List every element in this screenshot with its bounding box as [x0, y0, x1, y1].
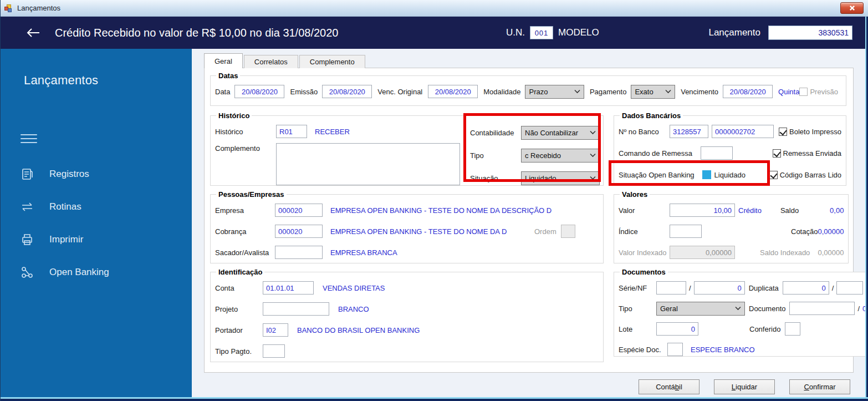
sacador-label: Sacador/Avalista: [215, 248, 275, 257]
serie-input[interactable]: [656, 281, 686, 295]
sidebar-item-open-banking[interactable]: Open Banking: [1, 256, 192, 288]
comando-remessa-input[interactable]: [701, 146, 733, 160]
liquidar-button[interactable]: Liquidar: [714, 379, 775, 394]
tab-correlatos[interactable]: Correlatos: [244, 55, 298, 68]
sacador-nome: EMPRESA BRANCA: [330, 248, 397, 257]
swap-arrows-icon: [21, 200, 34, 214]
situacao-select[interactable]: Liquidado: [521, 171, 600, 185]
ordem-input[interactable]: [561, 225, 575, 238]
menu-toggle-button[interactable]: [21, 134, 37, 143]
sidebar-item-imprimir[interactable]: Imprimir: [1, 223, 192, 256]
emissao-input[interactable]: [322, 85, 372, 98]
saldo-indexado-label: Saldo Indexado: [760, 248, 810, 257]
empresa-nome: EMPRESA OPEN BANKING - TESTE DO NOME DA …: [330, 206, 591, 215]
window-title: Lançamentos: [17, 4, 60, 12]
app-icon: [4, 4, 13, 13]
num-banco-1-input[interactable]: [670, 125, 708, 138]
contabilidade-select[interactable]: Não Contabilizar: [521, 126, 600, 140]
venc-original-label: Venc. Original: [377, 88, 422, 96]
pagamento-select[interactable]: Exato: [631, 85, 675, 99]
codigo-barras-checkbox[interactable]: Código Barras Lido: [769, 171, 841, 179]
tipo-label: Tipo: [470, 151, 521, 160]
projeto-input[interactable]: [263, 302, 329, 316]
indice-input[interactable]: [670, 225, 702, 238]
doc-tipo-select[interactable]: Geral: [656, 302, 745, 316]
section-legend: Histórico: [216, 111, 252, 120]
status-color-swatch: [702, 170, 711, 179]
section-legend: Pessoas/Empresas: [216, 190, 287, 199]
tipo-pagto-label: Tipo Pagto.: [215, 347, 263, 356]
historico-codigo-input[interactable]: [276, 125, 307, 138]
remessa-enviada-checkbox[interactable]: Remessa Enviada: [773, 149, 842, 158]
main-area: Geral Correlatos Complemento Datas Data …: [192, 49, 868, 401]
conta-input[interactable]: [263, 281, 314, 295]
documento-input[interactable]: [789, 302, 855, 315]
conferido-input[interactable]: [785, 322, 800, 336]
valor-input[interactable]: [670, 204, 735, 217]
sidebar-item-registros[interactable]: Registros: [1, 158, 192, 190]
duplicata-input[interactable]: [783, 281, 829, 295]
section-identificacao: Identificação Conta VENDAS DIRETAS Proje…: [210, 268, 604, 362]
confirmar-button[interactable]: Confirmar: [789, 379, 850, 394]
sidebar-item-rotinas[interactable]: Rotinas: [1, 190, 192, 223]
checkbox-checked-icon: [773, 149, 781, 158]
tab-geral[interactable]: Geral: [204, 53, 243, 68]
conta-nome: VENDAS DIRETAS: [323, 284, 385, 292]
valor-indexado-input[interactable]: [670, 246, 735, 259]
lancamento-number-field[interactable]: 3830531: [768, 26, 852, 40]
cobranca-codigo-input[interactable]: [275, 225, 323, 238]
data-input[interactable]: [234, 85, 284, 98]
duplicata-seq-input[interactable]: [836, 281, 863, 295]
sidebar-title: Lançamentos: [24, 73, 192, 88]
contabil-button[interactable]: Contábil: [639, 379, 699, 394]
sidebar-item-label: Open Banking: [49, 267, 109, 278]
checkbox-checked-icon: [769, 171, 778, 179]
valor-indexado-label: Valor Indexado: [619, 248, 670, 257]
emissao-label: Emissão: [290, 88, 318, 96]
portador-input[interactable]: [263, 323, 288, 337]
nf-input[interactable]: [694, 281, 745, 295]
empresa-codigo-input[interactable]: [275, 204, 323, 217]
saldo-label: Saldo: [780, 206, 799, 215]
tipo-select[interactable]: c Recebido: [521, 149, 600, 163]
un-code-field[interactable]: 001: [530, 26, 553, 39]
tab-complemento[interactable]: Complemento: [299, 55, 365, 68]
projeto-label: Projeto: [215, 305, 263, 313]
section-pessoas: Pessoas/Empresas Empresa EMPRESA OPEN BA…: [210, 190, 604, 263]
lote-input[interactable]: [656, 322, 698, 336]
lote-label: Lote: [619, 325, 656, 333]
modalidade-select[interactable]: Prazo: [525, 85, 584, 99]
close-button[interactable]: [840, 2, 864, 14]
tipo-pagto-input[interactable]: [263, 344, 285, 358]
valor-label: Valor: [619, 206, 670, 215]
num-banco-2-input[interactable]: [712, 125, 774, 138]
venc-original-input[interactable]: [428, 85, 478, 98]
un-name: MODELO: [558, 27, 599, 38]
conferido-label: Conferido: [749, 325, 780, 333]
pagamento-label: Pagamento: [590, 88, 627, 96]
sacador-codigo-input[interactable]: [275, 246, 323, 259]
un-label: U.N.: [506, 27, 525, 38]
previsao-checkbox[interactable]: Previsão: [799, 88, 838, 96]
back-button[interactable]: [26, 27, 43, 38]
cotacao-label: Cotação: [791, 227, 818, 236]
conta-label: Conta: [215, 284, 263, 292]
documento-label: Documento: [749, 304, 785, 313]
complemento-textarea[interactable]: [276, 143, 460, 185]
saldo-value: 0,00: [799, 206, 844, 215]
chevron-down-icon: [590, 176, 596, 180]
footer-buttons: Contábil Liquidar Confirmar: [639, 379, 850, 394]
section-valores: Valores Valor Crédito Saldo 0,00 Índice …: [614, 190, 849, 263]
num-banco-label: Nº no Banco: [619, 128, 670, 136]
portador-label: Portador: [215, 326, 263, 334]
vencimento-input[interactable]: [723, 85, 773, 98]
comando-remessa-label: Comando de Remessa: [619, 149, 701, 158]
sidebar-item-label: Registros: [49, 169, 89, 180]
especie-doc-label: Espécie Doc.: [619, 346, 667, 354]
app-window: Lançamentos Crédito Recebido no valor de…: [0, 0, 868, 401]
doc-tipo-label: Tipo: [619, 304, 656, 313]
section-documentos: Documentos Série/NF / Duplicata / Tipo G…: [614, 268, 868, 357]
boleto-impresso-checkbox[interactable]: Boleto Impresso: [779, 128, 841, 136]
situacao-label: Situação: [470, 174, 521, 182]
especie-doc-input[interactable]: [667, 343, 683, 356]
